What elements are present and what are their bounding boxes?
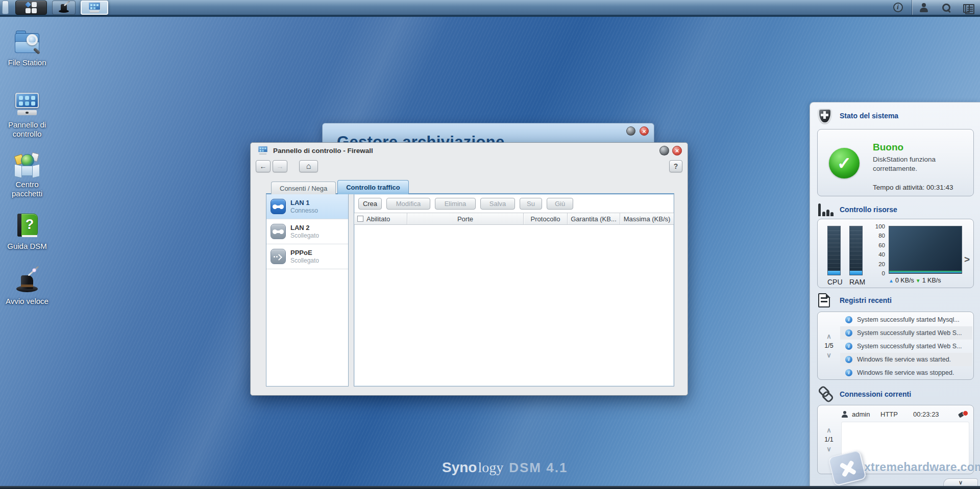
close-button[interactable]: × bbox=[640, 126, 649, 136]
tab-controllo-traffico[interactable]: Controllo traffico bbox=[337, 180, 408, 194]
connection-time: 00:23:23 bbox=[913, 410, 949, 418]
select-all-checkbox[interactable] bbox=[357, 216, 363, 222]
help-button[interactable]: ? bbox=[669, 160, 682, 172]
desktop-icon-package-center[interactable]: Centro pacchetti bbox=[0, 151, 54, 198]
back-button[interactable]: ← bbox=[256, 160, 271, 172]
log-row: iSystem successfully started Web S... bbox=[840, 340, 972, 353]
taskbar-app-control-panel[interactable] bbox=[81, 1, 108, 15]
section-title: Registri recenti bbox=[840, 296, 892, 304]
window-titlebar[interactable]: Pannello di controllo - Firewall × bbox=[251, 143, 688, 158]
desktop-icon-dsm-help[interactable]: ? Guida DSM bbox=[0, 213, 54, 251]
delete-button[interactable]: Elimina bbox=[435, 198, 476, 210]
user-button[interactable] bbox=[913, 0, 935, 15]
tab-consenti-nega[interactable]: Consenti / Nega bbox=[271, 182, 336, 194]
current-connections-header: Connessioni correnti bbox=[810, 386, 980, 402]
log-row: iWindows file service was started. bbox=[840, 353, 972, 366]
magic-hat-icon bbox=[58, 2, 70, 13]
desktop-icon-label: Centro pacchetti bbox=[7, 180, 47, 198]
expand-resources-button[interactable]: > bbox=[964, 254, 970, 265]
package-center-icon bbox=[13, 151, 41, 177]
page-down-button[interactable]: ∨ bbox=[826, 446, 831, 452]
page-down-button[interactable]: ∨ bbox=[826, 352, 831, 358]
interface-status: Scollegato bbox=[290, 232, 319, 239]
page-up-button[interactable]: ∧ bbox=[826, 427, 831, 433]
table-header: Abilitato Porte Protocollo Garantita (KB… bbox=[354, 213, 674, 225]
desktop-icon-label: File Station bbox=[0, 58, 54, 67]
column-protocollo: Protocollo bbox=[524, 213, 568, 224]
disconnect-icon[interactable] bbox=[958, 410, 968, 418]
create-button[interactable]: Crea bbox=[358, 198, 382, 210]
synology-watermark: Synology DSM 4.1 bbox=[442, 459, 568, 476]
page-up-button[interactable]: ∧ bbox=[826, 333, 831, 340]
taskbar-app-quick-launch[interactable] bbox=[52, 1, 76, 15]
list-item-pppoe[interactable]: PPPoE Scollegato bbox=[266, 244, 348, 269]
lan-disconnected-icon bbox=[271, 224, 286, 239]
pilot-view-button[interactable] bbox=[958, 0, 980, 15]
log-row: iSystem successfully started Web S... bbox=[840, 326, 972, 340]
minimize-button[interactable] bbox=[659, 146, 669, 156]
control-panel-icon bbox=[88, 2, 101, 13]
window-content: Consenti / Nega Controllo traffico LAN 1… bbox=[266, 180, 674, 387]
ram-label: RAM bbox=[849, 278, 863, 286]
section-title: Controllo risorse bbox=[840, 205, 897, 214]
forward-button[interactable]: → bbox=[273, 160, 287, 172]
info-icon: i bbox=[845, 369, 852, 376]
traffic-control-panel: Crea Modifica Elimina Salva Su Giù Abili… bbox=[354, 193, 674, 387]
storage-window-title: Gestore archiviazione bbox=[337, 133, 505, 143]
network-chart-axis: 100806040200 bbox=[866, 223, 885, 276]
log-row: iWindows file service was stopped. bbox=[840, 366, 972, 379]
connection-row: admin HTTP 00:23:23 bbox=[841, 408, 968, 420]
resource-monitor-box: CPU RAM 100806040200 ▲ 0 KB/s ▼ 1 KB/s > bbox=[817, 219, 974, 288]
status-ok-icon: ✓ bbox=[829, 148, 860, 178]
interface-name: LAN 2 bbox=[290, 224, 319, 233]
user-icon bbox=[919, 3, 928, 12]
edit-button[interactable]: Modifica bbox=[386, 198, 430, 210]
home-button[interactable]: ⌂ bbox=[299, 160, 318, 172]
main-menu-button[interactable] bbox=[15, 1, 47, 15]
info-icon: i bbox=[845, 356, 852, 363]
pppoe-icon bbox=[271, 249, 286, 264]
file-station-icon bbox=[13, 30, 41, 55]
desktop-icon-label: Avvio veloce bbox=[0, 297, 54, 306]
resource-monitor-header: Controllo risorse bbox=[810, 201, 980, 218]
control-panel-icon bbox=[13, 92, 41, 117]
bar-chart-icon bbox=[818, 203, 834, 216]
list-item-lan2[interactable]: LAN 2 Scollegato bbox=[266, 219, 348, 244]
column-massima: Massima (KB/s) bbox=[620, 213, 674, 224]
close-button[interactable]: × bbox=[672, 146, 682, 156]
help-icon: ? bbox=[674, 162, 678, 170]
column-abilitato: Abilitato bbox=[354, 213, 407, 224]
desktop-icon-quick-start[interactable]: Avvio veloce bbox=[0, 268, 54, 306]
connection-user: admin bbox=[852, 410, 876, 418]
save-button[interactable]: Salva bbox=[480, 198, 515, 210]
storage-manager-window[interactable]: Gestore archiviazione × bbox=[322, 123, 654, 143]
list-item-lan1[interactable]: LAN 1 Connesso bbox=[266, 194, 348, 219]
info-icon: i bbox=[845, 316, 852, 323]
taskbar-tray: i bbox=[887, 0, 980, 15]
search-button[interactable] bbox=[935, 0, 958, 15]
logs-pager: ∧ 1/5 ∨ bbox=[818, 312, 840, 379]
info-button[interactable]: i bbox=[887, 0, 909, 15]
shield-icon bbox=[818, 109, 831, 123]
interface-list: LAN 1 Connesso LAN 2 Scollegato PPPoE bbox=[266, 193, 349, 387]
table-body-empty bbox=[355, 225, 673, 385]
page-indicator: 1/5 bbox=[824, 342, 833, 349]
brand-text: Syno bbox=[442, 459, 477, 476]
dsm-help-icon: ? bbox=[13, 213, 41, 239]
page-indicator: 1/1 bbox=[824, 436, 833, 443]
desktop-icon-file-station[interactable]: File Station bbox=[0, 30, 54, 67]
window-title: Pannello di controllo - Firewall bbox=[273, 147, 373, 155]
show-desktop-button[interactable] bbox=[2, 1, 9, 14]
down-button[interactable]: Giù bbox=[547, 198, 573, 210]
tray-panel bbox=[912, 0, 980, 15]
info-icon: i bbox=[893, 3, 903, 12]
up-button[interactable]: Su bbox=[520, 198, 542, 210]
sidebar-collapse-button[interactable]: ∨ bbox=[943, 478, 978, 486]
screen-bottom-edge bbox=[0, 486, 980, 489]
ram-meter bbox=[849, 226, 863, 275]
column-garantita: Garantita (KB... bbox=[568, 213, 620, 224]
dsm-version: DSM 4.1 bbox=[509, 460, 568, 476]
minimize-button[interactable] bbox=[626, 126, 635, 136]
desktop-icon-control-panel[interactable]: Pannello di controllo bbox=[0, 92, 54, 138]
upload-rate: 0 KB/s bbox=[895, 277, 914, 284]
